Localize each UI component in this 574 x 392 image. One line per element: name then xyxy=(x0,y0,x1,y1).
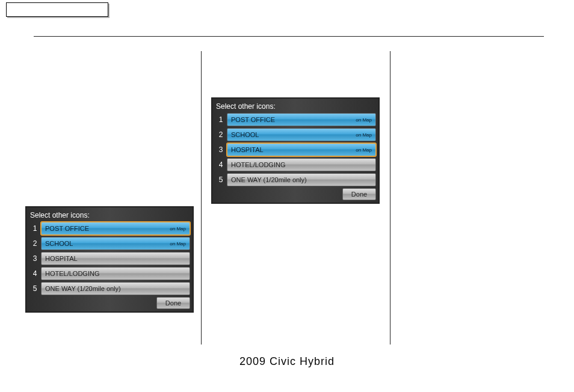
row-button[interactable]: HOTEL/LODGING xyxy=(227,158,376,171)
row-label: SCHOOL xyxy=(231,131,259,138)
list-item[interactable]: 1POST OFFICEon Map xyxy=(29,222,190,235)
done-button[interactable]: Done xyxy=(156,297,190,309)
row-label: HOSPITAL xyxy=(45,255,78,262)
row-button[interactable]: POST OFFICEon Map xyxy=(227,113,376,126)
list-item[interactable]: 5ONE WAY (1/20mile only) xyxy=(215,173,376,186)
row-button[interactable]: ONE WAY (1/20mile only) xyxy=(41,282,190,295)
screen-a-list: 1POST OFFICEon Map2SCHOOLon Map3HOSPITAL… xyxy=(29,222,190,295)
column-divider-1 xyxy=(201,51,202,345)
main-menu-box xyxy=(6,2,108,17)
row-label: HOSPITAL xyxy=(231,146,264,153)
row-number: 5 xyxy=(29,282,41,295)
list-item[interactable]: 5ONE WAY (1/20mile only) xyxy=(29,282,190,295)
nav-screen-a: Select other icons: 1POST OFFICEon Map2S… xyxy=(25,206,194,313)
row-button[interactable]: HOSPITAL xyxy=(41,252,190,265)
row-number: 3 xyxy=(29,252,41,265)
done-button[interactable]: Done xyxy=(342,188,376,200)
row-label: ONE WAY (1/20mile only) xyxy=(231,176,307,183)
row-number: 2 xyxy=(215,128,227,141)
list-item[interactable]: 4HOTEL/LODGING xyxy=(29,267,190,280)
row-button[interactable]: HOTEL/LODGING xyxy=(41,267,190,280)
column-divider-2 xyxy=(390,51,390,345)
horizontal-rule xyxy=(34,36,544,37)
row-button[interactable]: HOSPITALon Map xyxy=(227,143,376,156)
row-number: 4 xyxy=(29,267,41,280)
list-item[interactable]: 3HOSPITALon Map xyxy=(215,143,376,156)
row-label: HOTEL/LODGING xyxy=(45,270,99,277)
row-label: HOTEL/LODGING xyxy=(231,161,285,168)
screen-a-title: Select other icons: xyxy=(29,210,190,222)
on-map-badge: on Map xyxy=(170,226,186,231)
list-item[interactable]: 2SCHOOLon Map xyxy=(215,128,376,141)
row-button[interactable]: POST OFFICEon Map xyxy=(41,222,190,235)
on-map-badge: on Map xyxy=(170,241,186,247)
row-number: 3 xyxy=(215,143,227,156)
row-label: SCHOOL xyxy=(45,240,73,247)
row-label: ONE WAY (1/20mile only) xyxy=(45,285,121,292)
screen-b-list: 1POST OFFICEon Map2SCHOOLon Map3HOSPITAL… xyxy=(215,113,376,186)
on-map-badge: on Map xyxy=(356,132,372,138)
row-button[interactable]: ONE WAY (1/20mile only) xyxy=(227,173,376,186)
row-button[interactable]: SCHOOLon Map xyxy=(41,237,190,250)
row-number: 1 xyxy=(29,222,41,235)
row-number: 5 xyxy=(215,173,227,186)
row-number: 4 xyxy=(215,158,227,171)
on-map-badge: on Map xyxy=(356,117,372,123)
row-label: POST OFFICE xyxy=(231,116,275,123)
row-number: 2 xyxy=(29,237,41,250)
footer-model: 2009 Civic Hybrid xyxy=(0,355,574,368)
row-button[interactable]: SCHOOLon Map xyxy=(227,128,376,141)
screen-b-title: Select other icons: xyxy=(215,101,376,113)
row-number: 1 xyxy=(215,113,227,126)
nav-screen-b: Select other icons: 1POST OFFICEon Map2S… xyxy=(211,97,380,204)
list-item[interactable]: 2SCHOOLon Map xyxy=(29,237,190,250)
list-item[interactable]: 3HOSPITAL xyxy=(29,252,190,265)
list-item[interactable]: 1POST OFFICEon Map xyxy=(215,113,376,126)
row-label: POST OFFICE xyxy=(45,225,89,232)
list-item[interactable]: 4HOTEL/LODGING xyxy=(215,158,376,171)
on-map-badge: on Map xyxy=(356,147,372,153)
